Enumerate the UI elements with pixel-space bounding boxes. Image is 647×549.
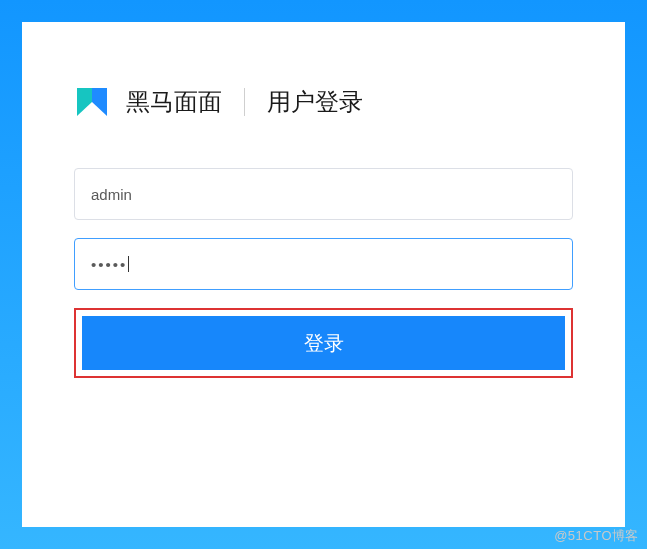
password-row: ••••• [74,238,573,290]
page-title: 用户登录 [267,86,363,118]
gradient-frame: 黑马面面 用户登录 admin ••••• 登录 [0,0,647,549]
login-button-label: 登录 [304,330,344,357]
login-button[interactable]: 登录 [82,316,565,370]
username-row: admin [74,168,573,220]
app-logo-icon [74,84,110,120]
header-divider [244,88,245,116]
login-header: 黑马面面 用户登录 [74,84,573,120]
watermark-text: @51CTO博客 [554,527,639,545]
login-card: 黑马面面 用户登录 admin ••••• 登录 [22,22,625,527]
text-cursor [128,256,129,272]
login-button-highlight: 登录 [74,308,573,378]
app-name: 黑马面面 [126,86,222,118]
username-input[interactable]: admin [74,168,573,220]
username-value: admin [91,186,132,203]
password-masked-value: ••••• [91,256,127,273]
password-input[interactable]: ••••• [74,238,573,290]
